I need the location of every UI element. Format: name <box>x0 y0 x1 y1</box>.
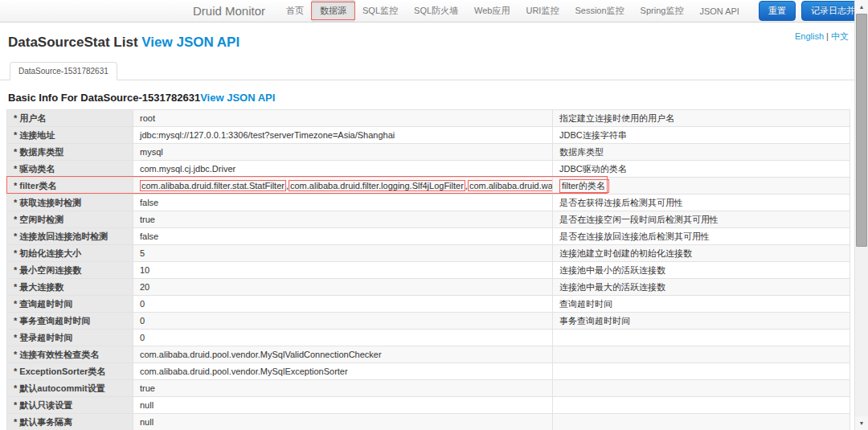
row-label-cell: * 默认autocommit设置 <box>7 380 133 397</box>
table-row: * 默认autocommit设置 true <box>7 380 850 397</box>
table-row: * 默认事务隔离 null <box>7 414 850 430</box>
row-desc-cell: 事务查询超时时间 <box>553 313 850 330</box>
table-row: * 最小空闲连接数 10 连接池中最小的活跃连接数 <box>7 262 850 279</box>
section-view-json-api-link[interactable]: View JSON API <box>200 92 275 104</box>
table-row: * 用户名 root 指定建立连接时使用的用户名 <box>7 110 850 127</box>
table-row: * 获取连接时检测 false 是否在获得连接后检测其可用性 <box>7 195 850 211</box>
scrollbar-down-arrow-icon[interactable]: ▼ <box>855 416 868 430</box>
nav-item-weburi[interactable]: URI监控 <box>518 0 567 22</box>
row-desc-cell: 指定建立连接时使用的用户名 <box>553 110 850 127</box>
row-value-cell: null <box>133 414 553 430</box>
main-menu: 首页数据源SQL监控SQL防火墙Web应用URI监控Session监控Sprin… <box>278 0 747 22</box>
nav-item-datasource[interactable]: 数据源 <box>312 0 354 22</box>
row-label-cell: * 登录超时时间 <box>7 330 133 346</box>
row-label-cell: * 默认只读设置 <box>7 397 133 414</box>
row-value-cell: com.alibaba.druid.pool.vendor.MySqlExcep… <box>133 363 553 380</box>
page-title-text: DataSourceStat List <box>8 35 138 50</box>
row-label-cell: * 最小空闲连接数 <box>7 262 133 279</box>
scrollbar-up-arrow-icon[interactable]: ▲ <box>855 0 868 14</box>
nav-item-sql[interactable]: SQL监控 <box>354 0 406 22</box>
table-row: * 最大连接数 20 连接池中最大的活跃连接数 <box>7 279 850 296</box>
table-row: * 数据库类型 mysql 数据库类型 <box>7 144 850 161</box>
lang-separator: | <box>824 31 831 41</box>
table-row: * 空闲时检测 true 是否在连接空闲一段时间后检测其可用性 <box>7 211 850 228</box>
row-value-cell: 20 <box>133 279 553 296</box>
row-desc-cell: 是否在连接放回连接池后检测其可用性 <box>553 228 850 245</box>
scrollbar-thumb[interactable] <box>856 14 867 247</box>
table-row: * filter类名 com.alibaba.druid.filter.stat… <box>7 178 850 195</box>
row-value-cell: 10 <box>133 262 553 279</box>
annotation-box-desc: filter的类名 <box>559 179 609 193</box>
row-label-cell: * 默认事务隔离 <box>7 414 133 430</box>
table-row: * 查询超时时间 0 查询超时时间 <box>7 296 850 313</box>
tab-datasource[interactable]: DataSource-1531782631 <box>10 62 117 80</box>
row-value-cell: mysql <box>133 144 553 161</box>
row-desc-cell: 是否在获得连接后检测其可用性 <box>553 195 850 211</box>
view-json-api-link[interactable]: View JSON API <box>141 35 240 50</box>
basic-info-table-wrap: * 用户名 root 指定建立连接时使用的用户名 * 连接地址 jdbc:mys… <box>6 109 850 430</box>
row-desc-cell: JDBC驱动的类名 <box>553 161 850 178</box>
row-value-cell: com.alibaba.druid.pool.vendor.MySqlValid… <box>133 346 553 363</box>
row-desc-cell: 连接池中最小的活跃连接数 <box>553 262 850 279</box>
nav-item-home[interactable]: 首页 <box>278 0 312 22</box>
table-row: * 初始化连接大小 5 连接池建立时创建的初始化连接数 <box>7 245 850 262</box>
row-desc-cell: 数据库类型 <box>553 144 850 161</box>
language-switcher: English | 中文 <box>795 31 849 43</box>
row-label-cell: * ExceptionSorter类名 <box>7 363 133 380</box>
table-row: * 登录超时时间 0 <box>7 330 850 346</box>
row-label-cell: * 最大连接数 <box>7 279 133 296</box>
row-desc-cell: 是否在连接空闲一段时间后检测其可用性 <box>553 211 850 228</box>
page-title: DataSourceStat List View JSON API <box>8 35 868 51</box>
row-value-cell: true <box>133 211 553 228</box>
navbar-buttons: 重置记录日志并重置 <box>759 1 868 21</box>
vertical-scrollbar[interactable]: ▲ ▼ <box>854 0 868 430</box>
row-desc-cell: 连接池建立时创建的初始化连接数 <box>553 245 850 262</box>
row-desc-cell <box>553 363 850 380</box>
lang-chinese-link[interactable]: 中文 <box>831 31 849 41</box>
row-desc-cell <box>553 380 850 397</box>
row-value-cell: jdbc:mysql://127.0.0.1:3306/test?serverT… <box>133 127 553 144</box>
row-desc-cell: 查询超时时间 <box>553 296 850 313</box>
nav-item-spring[interactable]: Spring监控 <box>633 0 692 22</box>
top-navbar: Druid Monitor 首页数据源SQL监控SQL防火墙Web应用URI监控… <box>0 0 868 23</box>
row-value-cell: true <box>133 380 553 397</box>
table-row: * 连接地址 jdbc:mysql://127.0.0.1:3306/test?… <box>7 127 850 144</box>
row-label-cell: * 用户名 <box>7 110 133 127</box>
row-value-cell: null <box>133 397 553 414</box>
table-row: * 事务查询超时时间 0 事务查询超时时间 <box>7 313 850 330</box>
row-label-cell: * 连接有效性检查类名 <box>7 346 133 363</box>
row-desc-cell: 连接池中最大的活跃连接数 <box>553 279 850 296</box>
basic-info-table: * 用户名 root 指定建立连接时使用的用户名 * 连接地址 jdbc:mys… <box>6 109 850 430</box>
section-title: Basic Info For DataSource-1531782631View… <box>8 92 868 104</box>
row-value-cell: 0 <box>133 296 553 313</box>
row-value-cell: false <box>133 195 553 211</box>
filter-class-annotated: com.alibaba.druid.filter.stat.StatFilter <box>140 180 286 191</box>
nav-item-webapp[interactable]: Web应用 <box>466 0 518 22</box>
row-desc-cell <box>553 346 850 363</box>
nav-item-jsonapi[interactable]: JSON API <box>691 0 747 22</box>
row-label-cell: * 空闲时检测 <box>7 211 133 228</box>
nav-item-websession[interactable]: Session监控 <box>567 0 632 22</box>
row-desc-cell: JDBC连接字符串 <box>553 127 850 144</box>
filter-class-annotated: com.alibaba.druid.wall.WallFilter <box>468 180 553 191</box>
row-label-cell: * 获取连接时检测 <box>7 195 133 211</box>
table-row: * 连接放回连接池时检测 false 是否在连接放回连接池后检测其可用性 <box>7 228 850 245</box>
row-value-cell: 0 <box>133 330 553 346</box>
table-row: * 连接有效性检查类名 com.alibaba.druid.pool.vendo… <box>7 346 850 363</box>
row-label-cell: * 事务查询超时时间 <box>7 313 133 330</box>
table-row: * ExceptionSorter类名 com.alibaba.druid.po… <box>7 363 850 380</box>
lang-english-link[interactable]: English <box>795 31 824 41</box>
row-value-cell: 5 <box>133 245 553 262</box>
row-value-cell: root <box>133 110 553 127</box>
table-row: * 默认只读设置 null <box>7 397 850 414</box>
row-value-cell: com.mysql.cj.jdbc.Driver <box>133 161 553 178</box>
row-label-cell: * 驱动类名 <box>7 161 133 178</box>
nav-item-wall[interactable]: SQL防火墙 <box>406 0 466 22</box>
row-value-cell: 0 <box>133 313 553 330</box>
row-label-cell: * filter类名 <box>7 178 133 195</box>
row-desc-cell <box>553 414 850 430</box>
section-title-text: Basic Info For DataSource-1531782631 <box>8 92 200 104</box>
reset-button[interactable]: 重置 <box>759 1 796 21</box>
row-label-cell: * 初始化连接大小 <box>7 245 133 262</box>
row-value-cell: com.alibaba.druid.filter.stat.StatFilter… <box>133 178 553 195</box>
